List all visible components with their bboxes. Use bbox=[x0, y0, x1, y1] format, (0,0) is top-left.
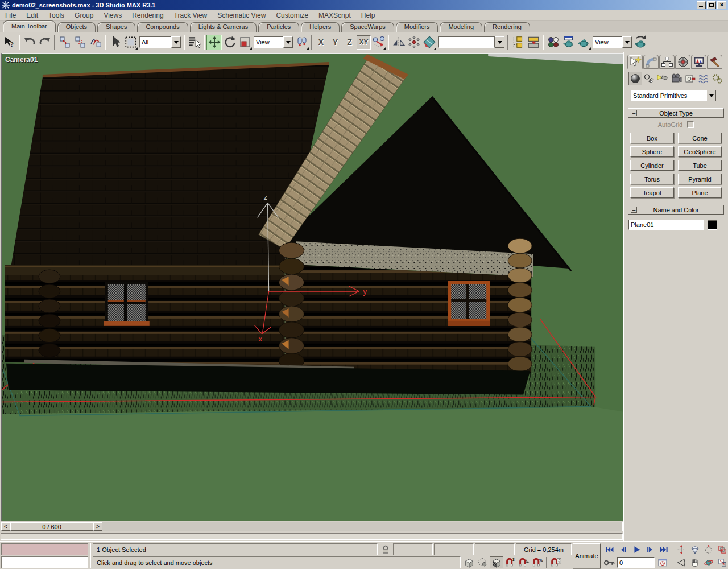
restrict-to-xy-plane-button[interactable]: XY bbox=[357, 35, 371, 50]
object-button-cylinder[interactable]: Cylinder bbox=[630, 160, 674, 171]
category-helpers-icon[interactable] bbox=[683, 72, 697, 85]
tab-motion-icon[interactable] bbox=[675, 55, 690, 69]
dropdown-arrow-icon[interactable] bbox=[171, 36, 181, 48]
time-slider-handle[interactable]: 0 / 600 bbox=[10, 522, 93, 531]
category-lights-icon[interactable] bbox=[656, 72, 669, 85]
category-shapes-icon[interactable] bbox=[642, 72, 656, 85]
object-name-field[interactable] bbox=[628, 220, 704, 230]
selection-lock-icon[interactable] bbox=[379, 543, 392, 555]
rollout-name-and-color[interactable]: – Name and Color bbox=[628, 205, 724, 215]
object-button-geosphere[interactable]: GeoSphere bbox=[678, 146, 722, 157]
category-cameras-icon[interactable] bbox=[669, 72, 683, 85]
percent-snap-icon[interactable]: % bbox=[531, 556, 544, 568]
menu-rendering[interactable]: Rendering bbox=[127, 11, 168, 19]
tab-shapes[interactable]: Shapes bbox=[97, 22, 135, 32]
tab-helpers[interactable]: Helpers bbox=[301, 22, 340, 32]
redo-button[interactable] bbox=[37, 35, 52, 50]
rollout-object-type[interactable]: – Object Type bbox=[628, 108, 724, 118]
tab-utilities-icon[interactable] bbox=[707, 55, 722, 69]
key-mode-toggle-icon[interactable] bbox=[602, 556, 616, 568]
dropdown-arrow-icon[interactable] bbox=[495, 36, 504, 48]
goto-start-icon[interactable] bbox=[602, 543, 616, 555]
object-button-torus[interactable]: Torus bbox=[630, 174, 674, 184]
viewport-camera-label[interactable]: Camera01 bbox=[5, 56, 38, 64]
title-bar[interactable]: demo02_screenshots.max - 3D Studio MAX R… bbox=[0, 0, 728, 10]
tab-particles[interactable]: Particles bbox=[258, 22, 299, 32]
restrict-to-y-button[interactable]: Y bbox=[328, 35, 342, 50]
material-editor-button[interactable] bbox=[545, 35, 561, 50]
category-spacewarps-icon[interactable] bbox=[697, 72, 710, 85]
restore-button[interactable] bbox=[707, 1, 716, 9]
tab-modify-icon[interactable] bbox=[643, 55, 659, 69]
select-by-name-button[interactable] bbox=[187, 35, 202, 50]
zoom-extents-all-icon[interactable] bbox=[715, 543, 728, 555]
selection-region-button[interactable] bbox=[123, 35, 138, 50]
select-and-scale-button[interactable] bbox=[237, 35, 253, 50]
coordinate-y-field[interactable] bbox=[434, 543, 474, 555]
menu-track-view[interactable]: Track View bbox=[169, 11, 213, 19]
select-and-rotate-button[interactable] bbox=[222, 35, 237, 50]
select-and-move-button[interactable] bbox=[206, 35, 222, 50]
use-pivot-point-center-button[interactable] bbox=[294, 35, 309, 50]
restrict-to-x-button[interactable]: X bbox=[314, 35, 328, 50]
min-max-toggle-icon[interactable] bbox=[715, 556, 728, 568]
bind-to-spacewarp-icon[interactable] bbox=[88, 35, 103, 50]
render-scene-button[interactable] bbox=[561, 35, 576, 50]
named-selection-sets-dropdown[interactable] bbox=[438, 36, 504, 48]
snap-toggle-3d-icon[interactable]: 3 bbox=[503, 556, 517, 568]
mirror-button[interactable] bbox=[391, 35, 406, 50]
align-button[interactable] bbox=[421, 35, 437, 50]
rollout-collapse-icon[interactable]: – bbox=[631, 110, 637, 116]
select-and-link-icon[interactable] bbox=[57, 35, 72, 50]
dropdown-arrow-icon[interactable] bbox=[283, 36, 293, 48]
object-button-pyramid[interactable]: Pyramid bbox=[678, 174, 722, 184]
tab-rendering[interactable]: Rendering bbox=[484, 22, 530, 32]
render-type-dropdown[interactable]: View bbox=[593, 36, 632, 48]
help-mode-icon[interactable]: ? bbox=[2, 35, 17, 50]
selection-filter-dropdown[interactable]: All bbox=[139, 36, 181, 48]
object-button-cone[interactable]: Cone bbox=[678, 133, 722, 143]
object-button-teapot[interactable]: Teapot bbox=[630, 187, 674, 198]
rollout-collapse-icon[interactable]: – bbox=[631, 207, 637, 213]
current-frame-field[interactable] bbox=[617, 557, 655, 568]
coordinate-z-field[interactable] bbox=[475, 543, 515, 555]
object-color-swatch[interactable] bbox=[708, 220, 717, 230]
tab-compounds[interactable]: Compounds bbox=[137, 22, 188, 32]
menu-group[interactable]: Group bbox=[69, 11, 98, 19]
play-icon[interactable] bbox=[630, 543, 643, 555]
snap-3d-cube-icon[interactable] bbox=[490, 556, 503, 568]
field-of-view-icon[interactable] bbox=[675, 556, 688, 568]
coordinate-x-field[interactable] bbox=[393, 543, 433, 555]
autogrid-checkbox[interactable] bbox=[687, 121, 694, 128]
menu-edit[interactable]: Edit bbox=[21, 11, 43, 19]
time-step-back-button[interactable]: < bbox=[1, 522, 10, 531]
menu-views[interactable]: Views bbox=[98, 11, 127, 19]
tab-create-icon[interactable] bbox=[627, 55, 643, 69]
ik-toggle-icon[interactable] bbox=[371, 35, 386, 50]
time-slider-track[interactable]: < 0 / 600 > bbox=[1, 522, 623, 531]
time-step-forward-button[interactable]: > bbox=[93, 522, 102, 531]
render-last-button[interactable] bbox=[633, 35, 648, 50]
unlink-selection-icon[interactable] bbox=[72, 35, 88, 50]
angle-snap-icon[interactable] bbox=[517, 556, 531, 568]
arc-rotate-selected-icon[interactable] bbox=[702, 556, 715, 568]
menu-help[interactable]: Help bbox=[356, 11, 380, 19]
minimize-button[interactable] bbox=[697, 1, 706, 9]
menu-schematic-view[interactable]: Schematic View bbox=[212, 11, 271, 19]
tab-objects[interactable]: Objects bbox=[57, 22, 96, 32]
previous-frame-icon[interactable] bbox=[616, 543, 630, 555]
primitive-category-dropdown[interactable]: Standard Primitives bbox=[631, 90, 722, 101]
tab-spacewarps[interactable]: SpaceWarps bbox=[341, 22, 394, 32]
maxscript-mini-listener-pink[interactable] bbox=[1, 543, 88, 555]
arc-rotate-icon[interactable] bbox=[702, 543, 715, 555]
zoom-extents-icon[interactable] bbox=[688, 543, 702, 555]
spinner-snap-icon[interactable] bbox=[549, 556, 562, 568]
menu-tools[interactable]: Tools bbox=[43, 11, 69, 19]
pan-hand-icon[interactable] bbox=[688, 556, 702, 568]
restrict-to-z-button[interactable]: Z bbox=[342, 35, 357, 50]
close-button[interactable]: × bbox=[717, 1, 726, 9]
tab-modifiers[interactable]: Modifiers bbox=[396, 22, 439, 32]
object-button-box[interactable]: Box bbox=[630, 133, 674, 143]
goto-end-icon[interactable] bbox=[657, 543, 671, 555]
undo-button[interactable] bbox=[22, 35, 37, 50]
